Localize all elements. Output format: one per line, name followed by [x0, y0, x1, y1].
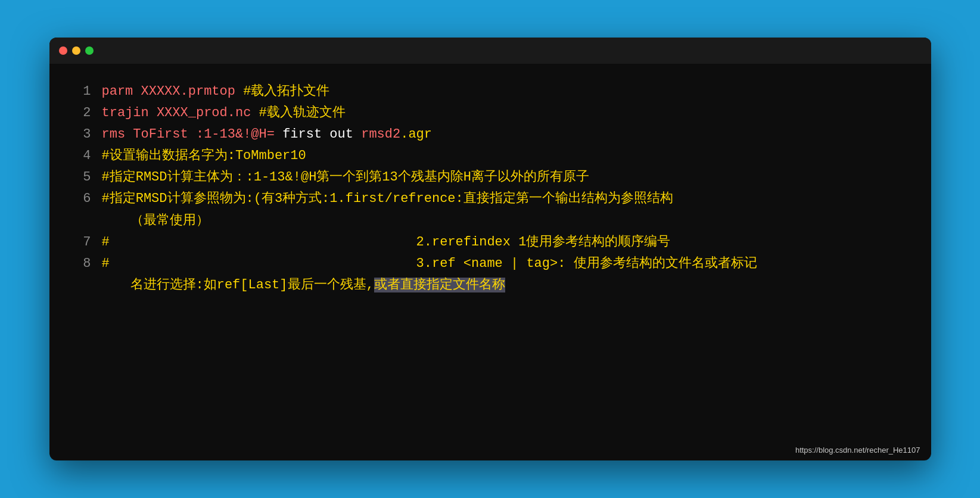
- maximize-button[interactable]: [85, 46, 94, 55]
- terminal-window: 1 parm XXXXX.prmtop #载入拓扑文件 2 trajin XXX…: [49, 38, 931, 460]
- code-comment: #指定RMSD计算参照物为:(有3种方式:1.first/refrence:直接…: [102, 191, 673, 206]
- line-number-3: 3: [73, 125, 91, 145]
- code-token: rms ToFirst :1-13&!@H=: [102, 127, 283, 142]
- line-content-3: rms ToFirst :1-13&!@H= first out rmsd2.a…: [102, 125, 907, 145]
- code-line-4: 4 #设置输出数据名字为:ToMmber10: [73, 146, 907, 166]
- line-content-7: # 2.rerefindex 1使用参考结构的顺序编号: [102, 232, 907, 253]
- code-line-8-cont: 8 名进行选择:如ref[Last]最后一个残基,或者直接指定文件名称: [73, 275, 907, 295]
- code-comment: #载入轨迹文件: [251, 105, 345, 120]
- code-line-6-cont: 6 （最常使用）: [73, 211, 907, 231]
- code-area: 1 parm XXXXX.prmtop #载入拓扑文件 2 trajin XXX…: [49, 64, 931, 460]
- code-line-2: 2 trajin XXXX_prod.nc #载入轨迹文件: [73, 103, 907, 123]
- code-comment: #设置输出数据名字为:ToMmber10: [102, 148, 306, 163]
- code-token: trajin XXXX_prod.nc: [102, 105, 251, 120]
- line-number-5: 5: [73, 167, 91, 188]
- code-comment: # 3.ref <name | tag>: 使用参考结构的文件名或者标记: [102, 256, 757, 271]
- line-content-5: #指定RMSD计算主体为：:1-13&!@H第一个到第13个残基内除H离子以外的…: [102, 167, 907, 188]
- line-content-8: # 3.ref <name | tag>: 使用参考结构的文件名或者标记: [102, 254, 907, 274]
- line-number-6: 6: [73, 189, 91, 209]
- code-line-3: 3 rms ToFirst :1-13&!@H= first out rmsd2…: [73, 125, 907, 145]
- line-content-1: parm XXXXX.prmtop #载入拓扑文件: [102, 82, 907, 102]
- code-token: out: [322, 127, 361, 142]
- code-comment-highlighted: 或者直接指定文件名称: [374, 278, 505, 292]
- line-content-8-cont: 名进行选择:如ref[Last]最后一个残基,或者直接指定文件名称: [102, 275, 907, 295]
- line-content-4: #设置输出数据名字为:ToMmber10: [102, 146, 907, 166]
- line-number-7: 7: [73, 232, 91, 253]
- line-content-6-cont: （最常使用）: [102, 211, 907, 231]
- code-token-red: rmsd2: [361, 127, 400, 142]
- watermark: https://blog.csdn.net/recher_He1107: [795, 446, 920, 455]
- code-token: parm XXXXX.prmtop: [102, 84, 235, 99]
- line-number-4: 4: [73, 146, 91, 166]
- line-content-2: trajin XXXX_prod.nc #载入轨迹文件: [102, 103, 907, 123]
- minimize-button[interactable]: [72, 46, 80, 55]
- code-comment: # 2.rerefindex 1使用参考结构的顺序编号: [102, 235, 671, 250]
- line-number-1: 1: [73, 82, 91, 102]
- code-keyword: first: [282, 127, 322, 142]
- code-comment: #载入拓扑文件: [235, 84, 329, 99]
- line-number-2: 2: [73, 103, 91, 123]
- close-button[interactable]: [59, 46, 67, 55]
- code-line-1: 1 parm XXXXX.prmtop #载入拓扑文件: [73, 82, 907, 102]
- code-token-yellow: .agr: [400, 127, 432, 142]
- title-bar: [49, 38, 931, 64]
- code-line-6: 6 #指定RMSD计算参照物为:(有3种方式:1.first/refrence:…: [73, 189, 907, 209]
- code-line-5: 5 #指定RMSD计算主体为：:1-13&!@H第一个到第13个残基内除H离子以…: [73, 167, 907, 188]
- code-comment-normal: 名进行选择:如ref[Last]最后一个残基,: [130, 278, 374, 292]
- code-line-8: 8 # 3.ref <name | tag>: 使用参考结构的文件名或者标记: [73, 254, 907, 274]
- code-comment: （最常使用）: [130, 213, 209, 228]
- line-content-6: #指定RMSD计算参照物为:(有3种方式:1.first/refrence:直接…: [102, 189, 907, 209]
- code-comment: #指定RMSD计算主体为：:1-13&!@H第一个到第13个残基内除H离子以外的…: [102, 170, 589, 185]
- code-line-7: 7 # 2.rerefindex 1使用参考结构的顺序编号: [73, 232, 907, 253]
- line-number-8: 8: [73, 254, 91, 274]
